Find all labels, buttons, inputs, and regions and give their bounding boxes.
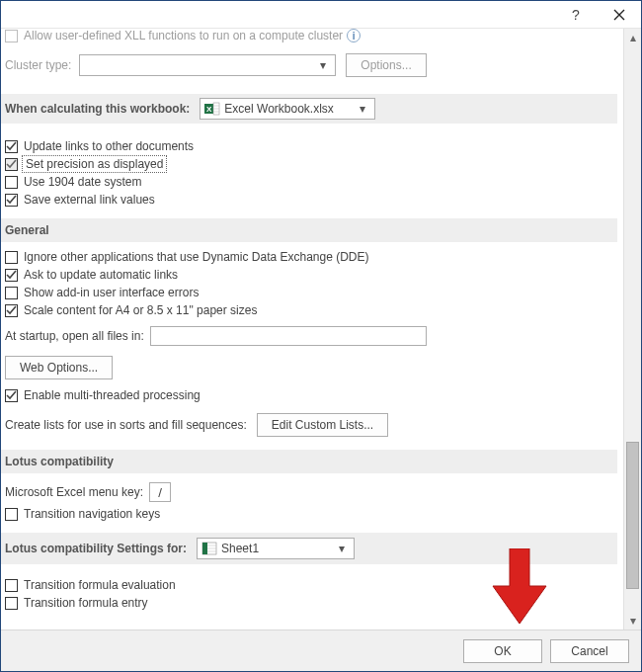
date1904-checkbox[interactable]: Use 1904 date system xyxy=(1,173,617,191)
edit-custom-lists-button[interactable]: Edit Custom Lists... xyxy=(257,413,388,437)
formula-entry-checkbox[interactable]: Transition formula entry xyxy=(1,594,617,612)
calc-workbook-header: When calculating this workbook: X Excel … xyxy=(1,94,617,124)
cluster-options-button[interactable]: Options... xyxy=(346,53,426,77)
checkbox-icon xyxy=(5,597,18,610)
menu-key-row: Microsoft Excel menu key: xyxy=(1,479,617,505)
transition-nav-label: Transition navigation keys xyxy=(24,507,160,521)
cancel-button[interactable]: Cancel xyxy=(550,639,629,663)
content-pane: Allow user-defined XLL functions to run … xyxy=(1,29,641,630)
addin-errors-checkbox[interactable]: Show add-in user interface errors xyxy=(1,284,617,301)
xll-cluster-checkbox-row: Allow user-defined XLL functions to run … xyxy=(1,29,617,44)
checkbox-icon xyxy=(5,251,18,264)
menu-key-label: Microsoft Excel menu key: xyxy=(5,485,143,499)
excel-workbook-icon: X xyxy=(204,101,220,117)
scale-content-label: Scale content for A4 or 8.5 x 11" paper … xyxy=(24,303,257,317)
lotus-sheet-select[interactable]: Sheet1 ▾ xyxy=(197,538,355,559)
calc-workbook-label: When calculating this workbook: xyxy=(5,102,190,116)
checkbox-icon xyxy=(5,304,18,317)
lotus-settings-label: Lotus compatibility Settings for: xyxy=(5,542,187,555)
precision-checkbox[interactable]: Set precision as displayed xyxy=(1,155,617,173)
ok-button[interactable]: OK xyxy=(463,639,542,663)
scale-content-checkbox[interactable]: Scale content for A4 or 8.5 x 11" paper … xyxy=(1,301,617,319)
checkbox-icon xyxy=(5,176,18,189)
checkbox-icon xyxy=(5,140,18,153)
enable-mt-label: Enable multi-threaded processing xyxy=(24,388,201,402)
cluster-type-select[interactable]: ▾ xyxy=(79,54,336,76)
scroll-thumb[interactable] xyxy=(626,442,639,589)
scroll-up-icon[interactable]: ▴ xyxy=(624,29,641,46)
checkbox-icon xyxy=(5,579,18,592)
help-button[interactable]: ? xyxy=(554,1,598,29)
web-options-row: Web Options... xyxy=(1,353,617,382)
save-external-label: Save external link values xyxy=(24,193,155,207)
chevron-down-icon: ▾ xyxy=(315,55,331,75)
startup-label: At startup, open all files in: xyxy=(5,329,144,343)
startup-input[interactable] xyxy=(150,326,427,346)
svg-rect-7 xyxy=(202,543,207,554)
calc-workbook-value: Excel Workbook.xlsx xyxy=(224,102,333,116)
ask-update-checkbox[interactable]: Ask to update automatic links xyxy=(1,266,617,284)
options-dialog-window: ? Allow user-defined XLL functions to ru… xyxy=(0,0,642,672)
ask-update-label: Ask to update automatic links xyxy=(24,268,178,282)
xll-cluster-label: Allow user-defined XLL functions to run … xyxy=(24,29,343,42)
ignore-dde-label: Ignore other applications that use Dynam… xyxy=(24,250,369,264)
web-options-button[interactable]: Web Options... xyxy=(5,356,113,379)
checkbox-icon xyxy=(5,30,18,42)
update-links-checkbox[interactable]: Update links to other documents xyxy=(1,137,617,155)
checkbox-icon xyxy=(5,389,18,402)
save-external-checkbox[interactable]: Save external link values xyxy=(1,191,617,209)
startup-row: At startup, open all files in: xyxy=(1,323,617,349)
lotus-settings-header: Lotus compatibility Settings for: Sheet1… xyxy=(1,533,617,564)
cluster-type-label: Cluster type: xyxy=(5,58,71,72)
info-icon[interactable]: i xyxy=(347,29,361,42)
close-button[interactable] xyxy=(598,1,641,29)
menu-key-input[interactable] xyxy=(149,482,171,502)
formula-eval-label: Transition formula evaluation xyxy=(24,578,176,592)
vertical-scrollbar[interactable]: ▴ ▾ xyxy=(623,29,641,630)
checkbox-icon xyxy=(5,287,18,299)
chevron-down-icon: ▾ xyxy=(334,539,350,558)
formula-eval-checkbox[interactable]: Transition formula evaluation xyxy=(1,576,617,594)
lotus-header: Lotus compatibility xyxy=(1,450,617,473)
titlebar: ? xyxy=(1,1,641,29)
checkbox-icon xyxy=(5,508,18,521)
custom-lists-row: Create lists for use in sorts and fill s… xyxy=(1,410,617,440)
date1904-label: Use 1904 date system xyxy=(24,175,141,189)
ignore-dde-checkbox[interactable]: Ignore other applications that use Dynam… xyxy=(1,248,617,266)
dialog-footer: OK Cancel xyxy=(1,630,641,671)
scroll-track[interactable] xyxy=(624,46,641,612)
precision-label: Set precision as displayed xyxy=(24,157,165,171)
cluster-type-row: Cluster type: ▾ Options... xyxy=(1,50,617,80)
enable-mt-checkbox[interactable]: Enable multi-threaded processing xyxy=(1,386,617,404)
addin-errors-label: Show add-in user interface errors xyxy=(24,286,199,299)
checkbox-icon xyxy=(5,158,18,171)
scroll-viewport: Allow user-defined XLL functions to run … xyxy=(1,29,623,630)
create-lists-label: Create lists for use in sorts and fill s… xyxy=(5,418,247,432)
formula-entry-label: Transition formula entry xyxy=(24,596,148,610)
general-header: General xyxy=(1,218,617,242)
checkbox-icon xyxy=(5,194,18,207)
checkbox-icon xyxy=(5,269,18,282)
close-icon xyxy=(613,9,625,21)
calc-workbook-select[interactable]: X Excel Workbook.xlsx ▾ xyxy=(200,98,375,120)
chevron-down-icon: ▾ xyxy=(355,99,370,119)
transition-nav-checkbox[interactable]: Transition navigation keys xyxy=(1,505,617,523)
scroll-down-icon[interactable]: ▾ xyxy=(624,612,641,630)
lotus-sheet-value: Sheet1 xyxy=(221,542,259,555)
excel-sheet-icon xyxy=(201,541,217,556)
update-links-label: Update links to other documents xyxy=(24,139,194,153)
svg-text:X: X xyxy=(206,105,212,114)
